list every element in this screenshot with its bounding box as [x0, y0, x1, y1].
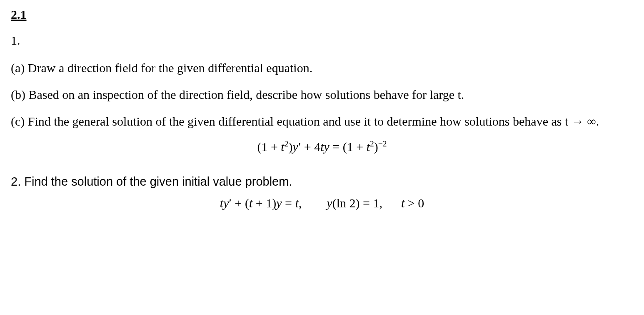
- problem-1-part-a: (a) Draw a direction field for the given…: [11, 59, 633, 77]
- problem-1-equation: (1 + t2)y′ + 4ty = (1 + t2)−2: [11, 139, 633, 154]
- problem-1-part-c: (c) Find the general solution of the giv…: [11, 113, 633, 130]
- problem-2-equation: ty′ + (t + 1)y = t,y(ln 2) = 1,t > 0: [11, 196, 633, 210]
- problem-1-part-b: (b) Based on an inspection of the direct…: [11, 86, 633, 103]
- problem-1-number: 1.: [11, 33, 633, 48]
- problem-2-text: 2. Find the solution of the given initia…: [11, 175, 633, 189]
- document-page: 2.1 1. (a) Draw a direction field for th…: [0, 0, 644, 315]
- section-header: 2.1: [11, 8, 633, 22]
